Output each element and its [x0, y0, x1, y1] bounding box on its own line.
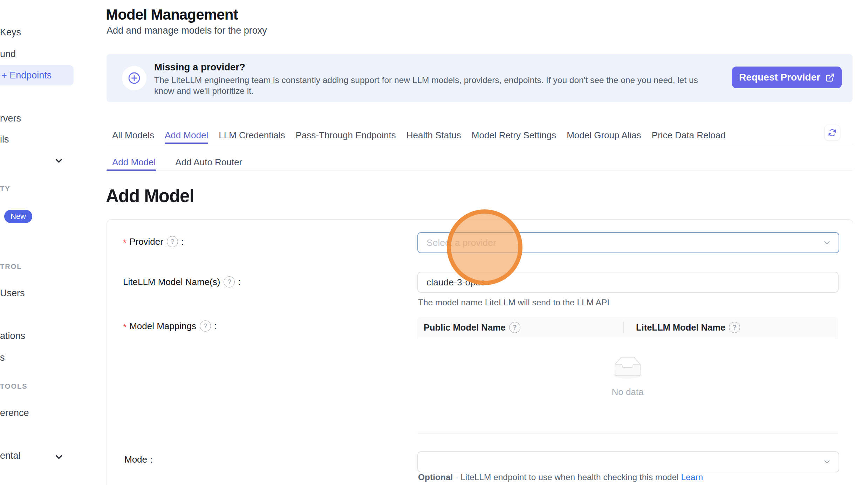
sidebar-item-organizations[interactable]: ations [0, 331, 25, 341]
column-divider [623, 321, 624, 333]
tab-all-models[interactable]: All Models [112, 126, 154, 144]
tab-health-status[interactable]: Health Status [406, 126, 461, 144]
sidebar-item-reference[interactable]: erence [0, 408, 29, 418]
add-model-form-card: * Provider ? : Select a provider LiteLLM… [107, 219, 853, 485]
help-icon[interactable]: ? [167, 236, 178, 247]
tab-pass-through-endpoints[interactable]: Pass-Through Endpoints [296, 126, 396, 144]
page-root: Keys und + Endpoints rvers ils TY New TR… [0, 0, 868, 485]
empty-state: No data [417, 357, 838, 397]
mode-helper-text: - LiteLLM endpoint to use when health ch… [455, 472, 678, 482]
mode-select[interactable] [417, 451, 839, 472]
column-litellm-model-name: LiteLLM Model Name ? [630, 322, 740, 333]
tabs-divider [107, 144, 853, 144]
subtab-add-model[interactable]: Add Model [112, 153, 156, 171]
required-mark: * [123, 322, 127, 333]
sidebar-item-mcp-servers[interactable]: rvers [0, 113, 21, 124]
new-badge: New [4, 210, 32, 223]
mode-helper-optional: Optional [418, 472, 453, 482]
page-subtitle: Add and manage models for the proxy [107, 25, 267, 36]
chevron-down-icon [822, 457, 832, 466]
chevron-down-icon [54, 452, 64, 462]
subtab-add-auto-router[interactable]: Add Auto Router [175, 153, 242, 171]
tab-add-model[interactable]: Add Model [165, 126, 208, 144]
sidebar-item-guardrails[interactable]: ils [0, 134, 9, 145]
banner-body: The LiteLLM engineering team is constant… [154, 75, 720, 96]
sidebar-item-experimental[interactable]: ental [0, 450, 21, 461]
sidebar-item-keys[interactable]: Keys [0, 27, 21, 38]
model-name-helper: The model name LiteLLM will send to the … [418, 297, 609, 308]
external-link-icon [825, 73, 835, 82]
help-icon[interactable]: ? [729, 322, 740, 333]
provider-select[interactable]: Select a provider [417, 232, 839, 253]
chevron-down-icon [822, 238, 832, 247]
tab-model-retry-settings[interactable]: Model Retry Settings [472, 126, 556, 144]
plus-circle-badge [122, 66, 146, 90]
provider-placeholder: Select a provider [426, 233, 496, 252]
sidebar-section-label: TY [0, 185, 11, 193]
sidebar-item-label: + Endpoints [1, 70, 52, 81]
sidebar-item-collapsible[interactable] [0, 151, 74, 169]
provider-label: * Provider ? : [123, 236, 184, 247]
circle-plus-icon [127, 71, 141, 85]
table-header: Public Model Name ? LiteLLM Model Name ? [417, 317, 838, 338]
help-icon[interactable]: ? [200, 320, 211, 332]
table-empty-body: No data [417, 338, 838, 434]
sidebar-item-internal-users[interactable]: Users [0, 288, 25, 299]
subtabs-divider [107, 171, 853, 171]
required-mark: * [123, 237, 127, 248]
banner-title: Missing a provider? [154, 62, 245, 73]
model-mappings-table: Public Model Name ? LiteLLM Model Name ? [417, 317, 838, 434]
sync-icon [828, 128, 837, 137]
add-model-heading: Add Model [106, 186, 194, 206]
help-icon[interactable]: ? [224, 276, 235, 287]
request-provider-label: Request Provider [739, 72, 820, 83]
help-icon[interactable]: ? [509, 322, 520, 333]
no-data-text: No data [417, 387, 838, 397]
mode-helper: Optional - LiteLLM endpoint to use when … [418, 472, 703, 483]
column-public-model-name: Public Model Name ? [417, 322, 630, 333]
mode-label: Mode : [124, 454, 153, 465]
sidebar-section-label: TOOLS [0, 382, 28, 390]
model-tabs: All Models Add Model LLM Credentials Pas… [112, 126, 726, 144]
chevron-down-icon [54, 155, 64, 166]
model-name-label: LiteLLM Model Name(s) ? : [123, 276, 241, 287]
subtab-active-indicator [107, 169, 156, 171]
sidebar-item-teams[interactable]: s [0, 352, 5, 363]
sidebar-item-playground[interactable]: und [0, 49, 16, 60]
page-title: Model Management [106, 6, 238, 23]
learn-link[interactable]: Learn [681, 472, 703, 482]
tab-model-group-alias[interactable]: Model Group Alias [567, 126, 641, 144]
model-mappings-label: * Model Mappings ? : [123, 320, 217, 332]
tab-price-data-reload[interactable]: Price Data Reload [652, 126, 726, 144]
model-name-input[interactable] [417, 272, 839, 293]
sidebar-item-models-endpoints[interactable]: + Endpoints [0, 65, 74, 85]
empty-inbox-icon [610, 357, 645, 380]
refresh-button[interactable] [824, 125, 840, 141]
sidebar-section-label: TROL [0, 263, 22, 271]
request-provider-button[interactable]: Request Provider [732, 67, 842, 88]
add-model-subtabs: Add Model Add Auto Router [112, 153, 242, 171]
tab-llm-credentials[interactable]: LLM Credentials [219, 126, 285, 144]
